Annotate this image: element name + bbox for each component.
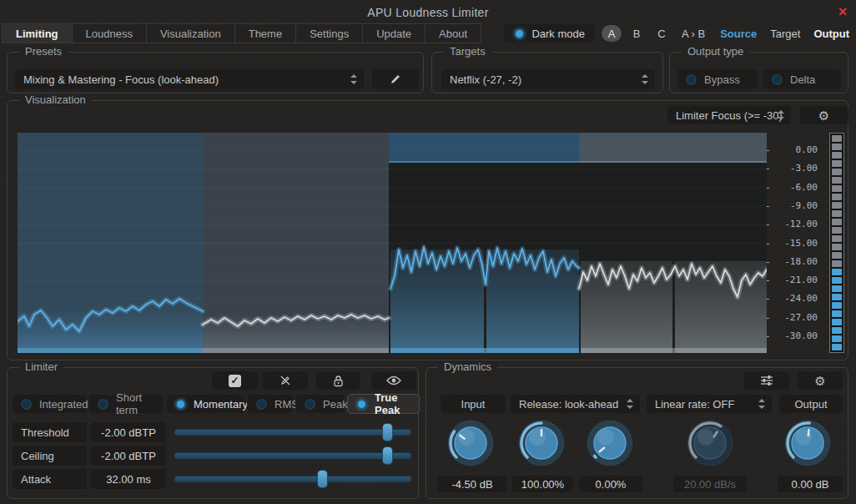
meter-segment — [832, 152, 842, 159]
visualization-settings-button[interactable]: ⚙ — [799, 105, 848, 125]
tab-settings[interactable]: Settings — [295, 23, 362, 43]
release-select[interactable]: Release: look-ahead — [510, 394, 641, 414]
metric-momentary-toggle[interactable]: Momentary — [166, 394, 245, 414]
scale-value: -15.00 — [784, 238, 818, 249]
lock-icon — [333, 375, 344, 387]
slider-thumb[interactable] — [382, 423, 393, 441]
scale-value: -12.00 — [784, 219, 818, 229]
release-shape-knob[interactable] — [587, 420, 633, 466]
select-arrows-icon — [350, 74, 357, 84]
scale-label: --3.00 — [760, 163, 829, 174]
target-select[interactable]: Netflix (-27, -2) — [441, 68, 656, 90]
target-view-button[interactable]: Target — [767, 28, 803, 40]
bypass-toggle[interactable]: Bypass — [677, 68, 758, 90]
limiter-lock-button[interactable] — [315, 370, 360, 391]
linear-rate-select[interactable]: Linear rate: OFF — [646, 394, 773, 414]
sliders-icon — [760, 375, 773, 386]
scale-label: --12.00 — [760, 219, 829, 230]
title-bar: APU Loudness Limiter ✕ — [0, 0, 856, 23]
input-gain-value: -4.50 dB — [437, 475, 507, 493]
metric-integrated-toggle[interactable]: Integrated — [12, 394, 87, 414]
dynamics-group: Dynamics ⚙ Input Release: look-ahead Lin… — [425, 367, 848, 499]
meter-segment — [832, 294, 842, 300]
preset-edit-button[interactable] — [371, 68, 420, 90]
scale-tick: - — [765, 219, 771, 229]
attack-slider[interactable] — [174, 470, 411, 488]
tab-theme[interactable]: Theme — [234, 23, 295, 43]
dynamics-settings-button[interactable]: ⚙ — [797, 370, 843, 391]
scale-value: -18.00 — [784, 256, 818, 267]
meter-segment — [832, 344, 842, 350]
scale-tick: - — [765, 163, 771, 174]
limiter-visibility-button[interactable] — [370, 370, 417, 391]
bypass-radio-icon — [686, 74, 697, 85]
linear-rate-value: 20.00 dB/s — [672, 475, 748, 493]
tab-limiting[interactable]: Limiting — [2, 23, 72, 43]
scale-tick: - — [765, 256, 771, 267]
meter-segment — [832, 235, 842, 242]
ceiling-slider[interactable] — [174, 446, 411, 465]
snapshot-b-button[interactable]: B — [627, 25, 647, 42]
limiter-edit-off-button[interactable] — [262, 370, 309, 391]
presets-legend: Presets — [19, 45, 68, 58]
metric-short-term-toggle[interactable]: Short term — [88, 394, 164, 414]
tab-visualization[interactable]: Visualization — [146, 23, 234, 43]
linear-rate-knob[interactable] — [687, 420, 733, 466]
scale-value: 0.00 — [796, 144, 818, 155]
tab-loudness[interactable]: Loudness — [72, 23, 146, 43]
dynamics-tune-button[interactable] — [743, 370, 790, 391]
slider-thumb[interactable] — [317, 470, 328, 488]
radio-dot-icon — [98, 399, 108, 410]
scale-label: --9.00 — [760, 200, 829, 212]
meter-segment — [832, 302, 842, 309]
metric-rms-toggle[interactable]: RMS — [247, 394, 294, 414]
source-view-button[interactable]: Source — [717, 28, 760, 40]
output-section-button[interactable]: Output — [778, 394, 843, 414]
knob-graphic — [687, 420, 733, 466]
dark-mode-toggle[interactable]: Dark mode — [504, 24, 595, 43]
metric-true-peak-toggle[interactable]: True Peak — [347, 394, 420, 414]
slider-track[interactable] — [174, 452, 411, 459]
input-gain-knob[interactable] — [447, 420, 494, 466]
metric-label: Integrated — [39, 398, 88, 411]
meter-segment — [832, 135, 842, 142]
pen-off-icon — [279, 374, 292, 387]
limiter-focus-select[interactable]: Limiter Focus (>= -30) — [667, 105, 792, 125]
snapshot-c-button[interactable]: C — [652, 25, 672, 42]
meter-segment — [832, 194, 842, 200]
slider-thumb[interactable] — [382, 446, 393, 465]
meter-segment — [832, 210, 842, 217]
output-view-button[interactable]: Output — [810, 28, 853, 40]
copy-a-to-b-button[interactable]: A › B — [677, 28, 710, 40]
tab-update[interactable]: Update — [362, 23, 425, 43]
preset-select[interactable]: Mixing & Mastering - Focus (look-ahead) — [14, 68, 365, 90]
scale-label: --6.00 — [760, 182, 829, 194]
metric-peak-toggle[interactable]: Peak — [295, 394, 345, 414]
output-gain-knob[interactable] — [784, 420, 831, 466]
close-icon[interactable]: ✕ — [838, 5, 848, 18]
db-scale: -0.00--3.00--6.00--9.00--12.00--15.00--1… — [760, 133, 829, 353]
slider-track[interactable] — [174, 476, 411, 482]
tab-about[interactable]: About — [425, 23, 481, 43]
scale-value: -27.00 — [784, 312, 818, 323]
output-gain-value: 0.00 dB — [777, 475, 843, 493]
release-amount-knob[interactable] — [518, 420, 565, 466]
snapshot-a-button[interactable]: A — [602, 25, 622, 42]
select-arrows-icon — [627, 399, 633, 409]
input-section-button[interactable]: Input — [440, 394, 506, 414]
visualization-group: Visualization Limiter Focus (>= -30) ⚙ -… — [7, 100, 848, 360]
meter-segment — [832, 227, 842, 234]
slider-track[interactable] — [174, 429, 411, 436]
target-select-value: Netflix (-27, -2) — [450, 73, 521, 86]
scale-value: -30.00 — [784, 330, 818, 341]
meter-segment — [832, 285, 842, 292]
gear-icon: ⚙ — [818, 109, 829, 122]
meter-segment — [832, 269, 842, 275]
limiter-enable-button[interactable]: ✓ — [211, 370, 259, 391]
threshold-slider[interactable] — [174, 423, 411, 441]
scale-label: --21.00 — [760, 275, 829, 286]
delta-toggle[interactable]: Delta — [763, 68, 842, 90]
waveform-canvas — [18, 133, 767, 353]
visualization-legend: Visualization — [19, 93, 92, 106]
radio-dot-icon — [305, 399, 315, 410]
